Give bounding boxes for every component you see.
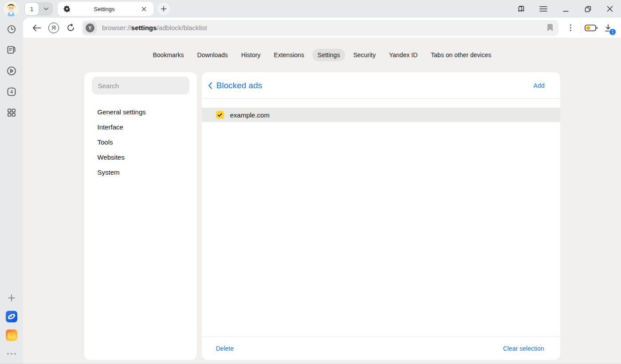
nav-tab-settings[interactable]: Settings <box>312 49 346 61</box>
nav-tab-downloads[interactable]: Downloads <box>192 49 233 61</box>
tab-close-icon[interactable] <box>138 3 149 15</box>
menu-item-websites[interactable]: Websites <box>92 150 189 165</box>
tab-box-count: 4 <box>10 89 13 94</box>
download-count-badge: 1 <box>609 28 616 35</box>
kebab-icon <box>570 24 571 31</box>
settings-search-input[interactable] <box>92 77 189 94</box>
close-window-button[interactable] <box>605 4 615 14</box>
nav-tab-security[interactable]: Security <box>348 49 381 61</box>
history-clock-icon[interactable] <box>6 23 17 35</box>
blocked-ads-header: Blocked ads Add <box>202 72 560 99</box>
delete-button[interactable]: Delete <box>216 345 234 352</box>
settings-page: Bookmarks Downloads History Extensions S… <box>23 38 621 364</box>
side-rail: 4 <box>0 18 23 364</box>
restore-button[interactable] <box>583 4 593 14</box>
battery-icon <box>585 24 598 31</box>
avatar-illustration <box>4 1 19 16</box>
navigation-toolbar: Я Y browser://settings/adblock/blacklist <box>23 18 621 38</box>
settings-sidebar-card: General settings Interface Tools Website… <box>84 72 197 360</box>
chevron-down-icon[interactable] <box>39 2 53 16</box>
active-tab[interactable]: Settings <box>58 2 153 16</box>
reload-button[interactable] <box>62 20 79 36</box>
list-top-spacer <box>202 99 560 108</box>
profile-avatar[interactable] <box>4 1 19 16</box>
add-shortcut-icon[interactable] <box>6 292 17 304</box>
blacklist-row[interactable]: example.com <box>202 108 560 122</box>
media-play-icon[interactable] <box>6 65 17 77</box>
plus-icon <box>161 6 167 12</box>
yandex-mail-app-icon[interactable] <box>6 329 17 341</box>
site-badge-letter: Y <box>86 23 94 32</box>
add-button[interactable]: Add <box>534 82 545 89</box>
apps-grid-icon[interactable] <box>6 107 17 118</box>
url-path: /adblock/blacklist <box>157 24 207 31</box>
nav-tab-yandex-id[interactable]: Yandex ID <box>384 49 423 61</box>
toolbar-separator <box>581 23 581 33</box>
nav-tab-history[interactable]: History <box>236 49 266 61</box>
settings-menu: General settings Interface Tools Website… <box>92 105 189 180</box>
tabs-panel-icon[interactable]: 4 <box>6 86 17 98</box>
row-checkbox-checked[interactable] <box>216 111 224 119</box>
tab-count[interactable]: 1 <box>24 2 39 16</box>
side-panel-icon[interactable] <box>516 4 526 14</box>
clear-selection-button[interactable]: Clear selection <box>503 345 544 352</box>
feed-notes-icon[interactable] <box>6 44 17 56</box>
nav-tab-extensions[interactable]: Extensions <box>268 49 309 61</box>
tab-strip: 1 Settings <box>0 0 621 18</box>
minimize-button[interactable] <box>561 4 570 14</box>
page-title[interactable]: Blocked ads <box>216 81 263 90</box>
url-scheme: browser:// <box>102 24 131 31</box>
checkmark-icon <box>217 113 222 117</box>
toolbar-kebab-menu[interactable] <box>562 20 579 36</box>
url-text[interactable]: browser://settings/adblock/blacklist <box>102 24 207 31</box>
blocked-domain: example.com <box>230 111 270 119</box>
tab-counter-control[interactable]: 1 <box>24 2 53 16</box>
blacklist-footer: Delete Clear selection <box>202 337 560 360</box>
site-security-badge[interactable]: Y <box>83 22 97 34</box>
yandex-letter: Я <box>48 23 59 33</box>
list-empty-area <box>202 122 560 337</box>
menu-item-system[interactable]: System <box>92 165 189 180</box>
menu-hamburger-icon[interactable] <box>538 4 548 14</box>
back-arrow-icon <box>32 24 41 31</box>
blocked-ads-panel: Blocked ads Add example.com D <box>202 72 560 360</box>
address-bar[interactable]: Y browser://settings/adblock/blacklist <box>82 20 558 36</box>
nav-tab-other-devices[interactable]: Tabs on other devices <box>425 49 496 61</box>
window-controls <box>516 4 615 14</box>
bookmark-flag-icon[interactable] <box>547 24 553 31</box>
battery-saver-button[interactable] <box>583 20 600 36</box>
rail-more-icon[interactable] <box>6 348 17 360</box>
menu-item-interface[interactable]: Interface <box>92 120 189 135</box>
back-chevron-icon[interactable] <box>208 82 212 89</box>
reload-icon <box>67 23 75 32</box>
nav-tab-bookmarks[interactable]: Bookmarks <box>147 49 189 61</box>
back-button[interactable] <box>28 20 45 36</box>
downloads-button[interactable]: 1 <box>600 20 617 36</box>
menu-item-general-settings[interactable]: General settings <box>92 105 189 120</box>
yandex-home-button[interactable]: Я <box>45 20 62 36</box>
menu-item-tools[interactable]: Tools <box>92 135 189 150</box>
browser-window: 1 Settings <box>0 0 621 364</box>
yandex-browser-app-icon[interactable] <box>6 311 17 322</box>
tab-title: Settings <box>71 6 138 12</box>
settings-gear-icon <box>63 5 71 12</box>
new-tab-button[interactable] <box>157 3 170 15</box>
url-host: settings <box>131 24 157 31</box>
settings-top-nav: Bookmarks Downloads History Extensions S… <box>23 38 621 72</box>
